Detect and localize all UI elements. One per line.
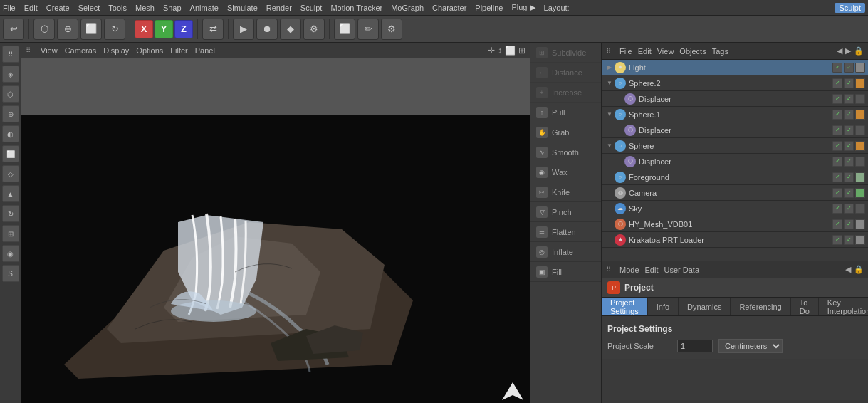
layout-badge[interactable]: Sculpt bbox=[835, 3, 865, 13]
sidebar-tool-11[interactable]: S bbox=[2, 265, 19, 282]
flag-render-krak[interactable]: ✓ bbox=[844, 235, 854, 245]
menu-mesh[interactable]: Mesh bbox=[135, 4, 155, 12]
sculpt-tool-inflate[interactable]: ◎ Inflate bbox=[530, 242, 601, 262]
properties-lock[interactable]: 🔒 bbox=[854, 265, 864, 274]
flag-vis-sphere[interactable]: ✓ bbox=[832, 141, 842, 151]
viewport-nav-arrows[interactable]: ↕ bbox=[498, 46, 502, 56]
tree-item-displacer1[interactable]: ▶ ⬡ Displacer ✓ ✓ bbox=[602, 122, 868, 138]
menu-motion-tracker[interactable]: Motion Tracker bbox=[330, 4, 382, 12]
flag-vis-fg[interactable]: ✓ bbox=[832, 172, 842, 182]
panel-menu-edit[interactable]: Edit bbox=[638, 47, 652, 56]
panel-menu-tags[interactable]: Tags bbox=[712, 47, 728, 56]
render-button[interactable]: ⚙ bbox=[381, 19, 402, 40]
sidebar-tool-6[interactable]: ◇ bbox=[2, 165, 19, 182]
menu-render[interactable]: Render bbox=[266, 4, 292, 12]
project-scale-input[interactable] bbox=[677, 340, 713, 352]
select-tool-button[interactable]: ⬡ bbox=[33, 19, 55, 40]
flag-extra-fg[interactable] bbox=[855, 172, 865, 182]
settings-tab-referencing[interactable]: Referencing bbox=[731, 298, 790, 315]
project-scale-unit-select[interactable]: Centimeters Meters Inches bbox=[718, 339, 783, 353]
sidebar-tool-8[interactable]: ↻ bbox=[2, 205, 19, 222]
settings-tab-todo[interactable]: To Do bbox=[791, 298, 819, 315]
sculpt-tool-fill[interactable]: ▣ Fill bbox=[530, 262, 601, 282]
flag-vis-light[interactable]: ✓ bbox=[832, 63, 842, 73]
flag-extra-cam[interactable] bbox=[855, 188, 865, 198]
menu-select[interactable]: Select bbox=[78, 4, 100, 12]
menu-create[interactable]: Create bbox=[46, 4, 70, 12]
flag-vis-sphere2[interactable]: ✓ bbox=[832, 78, 842, 88]
menu-sculpt[interactable]: Sculpt bbox=[300, 4, 323, 12]
flag-vis-krak[interactable]: ✓ bbox=[832, 235, 842, 245]
viewport-nav-box[interactable]: ⬜ bbox=[505, 46, 516, 56]
tree-item-hymesh[interactable]: ▶ ⬡ HY_Mesh_VDB01 ✓ ✓ bbox=[602, 216, 868, 232]
play-button[interactable]: ▶ bbox=[233, 19, 254, 40]
flag-vis-displacer2[interactable]: ✓ bbox=[832, 94, 842, 104]
panel-arrow-right[interactable]: ▶ bbox=[845, 46, 851, 56]
flag-extra-sphere[interactable] bbox=[855, 141, 865, 151]
tree-item-sphere2[interactable]: ▼ ○ Sphere.2 ✓ ✓ bbox=[602, 75, 868, 91]
menu-character[interactable]: Character bbox=[432, 4, 466, 12]
viewport-menu-display[interactable]: Display bbox=[103, 46, 129, 55]
tree-item-light[interactable]: ▶ ✦ Light ✓ ✓ bbox=[602, 60, 868, 75]
viewport-menu-panel[interactable]: Panel bbox=[195, 46, 215, 55]
menu-simulate[interactable]: Simulate bbox=[227, 4, 258, 12]
axis-y-button[interactable]: Y bbox=[155, 20, 173, 38]
viewport-nav-grid[interactable]: ⊞ bbox=[518, 46, 525, 56]
sculpt-tool-smooth[interactable]: ∿ Smooth bbox=[530, 142, 601, 162]
sidebar-tool-7[interactable]: ▲ bbox=[2, 185, 19, 202]
sculpt-tool-subdivide[interactable]: ⊞ Subdivide bbox=[530, 43, 601, 63]
flag-render-light[interactable]: ✓ bbox=[844, 63, 854, 73]
sidebar-tool-5[interactable]: ⬜ bbox=[2, 145, 19, 162]
tree-item-krakatoa[interactable]: ▶ ★ Krakatoa PRT Loader ✓ ✓ bbox=[602, 232, 868, 248]
settings-tab-dynamics[interactable]: Dynamics bbox=[679, 298, 731, 315]
scale-tool-button[interactable]: ⬜ bbox=[80, 19, 102, 40]
flag-extra-displacer2[interactable] bbox=[855, 94, 865, 104]
sculpt-tool-pinch[interactable]: ▽ Pinch bbox=[530, 202, 601, 222]
menu-snap[interactable]: Snap bbox=[163, 4, 182, 12]
flag-extra-sphere1[interactable] bbox=[855, 110, 865, 120]
transform-button[interactable]: ⇄ bbox=[202, 19, 224, 40]
flag-render-fg[interactable]: ✓ bbox=[844, 172, 854, 182]
anim-settings-button[interactable]: ⚙ bbox=[303, 19, 325, 40]
tree-item-foreground[interactable]: ▶ ○ Foreground ✓ ✓ bbox=[602, 169, 868, 185]
flag-render-d[interactable]: ✓ bbox=[844, 157, 854, 167]
menu-plug[interactable]: Plug ▶ bbox=[511, 3, 535, 12]
flag-extra-hymesh[interactable] bbox=[855, 219, 865, 229]
render-preview-button[interactable]: ✏ bbox=[357, 19, 379, 40]
properties-menu-mode[interactable]: Mode bbox=[619, 266, 639, 274]
viewport-menu-options[interactable]: Options bbox=[136, 46, 163, 55]
flag-render-d1[interactable]: ✓ bbox=[844, 125, 854, 135]
flag-extra-d1[interactable] bbox=[855, 125, 865, 135]
flag-render-cam[interactable]: ✓ bbox=[844, 188, 854, 198]
sidebar-tool-4[interactable]: ◐ bbox=[2, 125, 19, 142]
sculpt-tool-knife[interactable]: ✂ Knife bbox=[530, 182, 601, 202]
key-button[interactable]: ◆ bbox=[280, 19, 301, 40]
flag-vis-sky[interactable]: ✓ bbox=[832, 204, 842, 214]
sculpt-tool-grab[interactable]: ✋ Grab bbox=[530, 122, 601, 142]
record-button[interactable]: ⏺ bbox=[256, 19, 278, 40]
menu-file[interactable]: File bbox=[3, 4, 16, 12]
tree-item-displacer2[interactable]: ▶ ⬡ Displacer ✓ ✓ bbox=[602, 91, 868, 107]
viewport-menu-view[interactable]: View bbox=[41, 46, 58, 55]
undo-button[interactable]: ↩ bbox=[3, 19, 24, 40]
panel-menu-file[interactable]: File bbox=[619, 47, 632, 56]
viewport-mode-button[interactable]: ⬜ bbox=[334, 19, 355, 40]
viewport-nav-cross[interactable]: ✛ bbox=[488, 46, 495, 56]
flag-render-sphere2[interactable]: ✓ bbox=[844, 78, 854, 88]
move-tool-button[interactable]: ⊕ bbox=[57, 19, 78, 40]
properties-menu-edit[interactable]: Edit bbox=[645, 266, 659, 274]
panel-menu-view[interactable]: View bbox=[657, 47, 674, 56]
settings-tab-project[interactable]: Project Settings bbox=[602, 298, 648, 315]
flag-render-hymesh[interactable]: ✓ bbox=[844, 219, 854, 229]
flag-vis-d[interactable]: ✓ bbox=[832, 157, 842, 167]
flag-extra-d[interactable] bbox=[855, 157, 865, 167]
sidebar-tool-1[interactable]: ◈ bbox=[2, 66, 19, 83]
settings-tab-keyinterp[interactable]: Key Interpolation bbox=[819, 298, 868, 315]
viewport-3d[interactable] bbox=[21, 58, 530, 403]
axis-z-button[interactable]: Z bbox=[174, 20, 193, 38]
properties-arrow[interactable]: ◀ bbox=[845, 265, 851, 274]
sculpt-tool-distance[interactable]: ↔ Distance bbox=[530, 63, 601, 83]
flag-render-sky[interactable]: ✓ bbox=[844, 204, 854, 214]
tree-item-sky[interactable]: ▶ ☁ Sky ✓ ✓ bbox=[602, 201, 868, 216]
menu-tools[interactable]: Tools bbox=[108, 4, 127, 12]
